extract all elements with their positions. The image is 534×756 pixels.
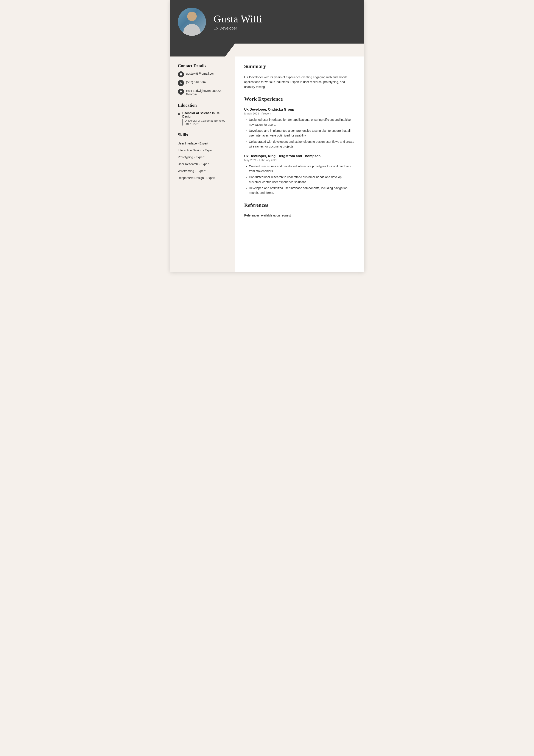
job-2-bullet-3: Developed and optimized user interface c…: [249, 186, 355, 195]
education-title: Education: [178, 103, 229, 108]
education-item: ● Bachelor of Science in UX Design Unive…: [178, 111, 229, 125]
summary-section: Summary UX Developer with 7+ years of ex…: [244, 64, 355, 89]
skill-item: Wireframing - Expert: [178, 168, 229, 175]
summary-text: UX Developer with 7+ years of experience…: [244, 75, 355, 89]
body-section: Contact Details gustawitti@gmail.com: [170, 57, 364, 272]
skills-section: Skills User Interface - Expert Interacti…: [178, 132, 229, 181]
chevron-point: [225, 43, 235, 57]
skills-title: Skills: [178, 132, 229, 137]
skill-item: Responsive Design - Expert: [178, 175, 229, 181]
work-experience-section: Work Experience Ux Developer, Ondricka G…: [244, 96, 355, 195]
job-1-title: Ux Developer, Ondricka Group: [244, 108, 355, 112]
avatar: [178, 8, 206, 36]
edu-bullet-icon: ●: [178, 112, 180, 125]
education-section: Education ● Bachelor of Science in UX De…: [178, 103, 229, 125]
email-icon: [178, 71, 184, 77]
chevron-divider: [170, 43, 364, 57]
location-item: East Ludwighaven, 46822, Georgia: [178, 89, 229, 96]
contact-section: Contact Details gustawitti@gmail.com: [178, 64, 229, 96]
edu-detail: University of California, Berkeley 2017 …: [182, 119, 229, 125]
candidate-title: Ux Developer: [214, 26, 262, 31]
job-2-date: May 2021 - February 2023: [244, 158, 355, 162]
contact-title: Contact Details: [178, 64, 229, 68]
skill-item: Interaction Design - Expert: [178, 147, 229, 154]
job-1: Ux Developer, Ondricka Group March 2023 …: [244, 108, 355, 149]
edu-school: University of California, Berkeley: [185, 119, 225, 122]
references-text: References available upon request: [244, 214, 355, 217]
skill-item: Prototyping - Expert: [178, 154, 229, 161]
skills-list: User Interface - Expert Interaction Desi…: [178, 140, 229, 181]
email-svg: [179, 73, 183, 76]
job-1-bullet-1: Designed user interfaces for 10+ applica…: [249, 117, 355, 127]
location-text: East Ludwighaven, 46822, Georgia: [186, 89, 229, 96]
edu-content: Bachelor of Science in UX Design Univers…: [182, 111, 229, 125]
location-svg: [179, 90, 183, 93]
resume-container: Gusta Witti Ux Developer Contact Details: [170, 0, 364, 272]
email-item: gustawitti@gmail.com: [178, 72, 229, 77]
job-2: Ux Developer, King, Bergstrom and Thomps…: [244, 154, 355, 195]
phone-item: (567) 316 3667: [178, 80, 229, 86]
phone-svg: [179, 82, 183, 85]
job-1-bullet-2: Developed and implemented a comprehensiv…: [249, 128, 355, 138]
candidate-name: Gusta Witti: [214, 13, 262, 25]
skill-item: User Research - Expert: [178, 161, 229, 168]
avatar-image: [178, 8, 206, 36]
main-content: Summary UX Developer with 7+ years of ex…: [235, 57, 364, 272]
job-1-date: March 2023 - Present: [244, 112, 355, 115]
phone-number: (567) 316 3667: [186, 80, 207, 84]
references-section: References References available upon req…: [244, 202, 355, 217]
summary-title: Summary: [244, 64, 355, 71]
references-title: References: [244, 202, 355, 210]
work-title: Work Experience: [244, 96, 355, 104]
job-1-bullet-3: Collaborated with developers and stakeho…: [249, 139, 355, 149]
edu-degree: Bachelor of Science in UX Design: [182, 111, 229, 118]
header-info: Gusta Witti Ux Developer: [214, 13, 262, 31]
job-2-bullet-2: Conducted user research to understand cu…: [249, 175, 355, 184]
edu-years: 2017 - 2021: [185, 122, 199, 125]
job-1-bullets: Designed user interfaces for 10+ applica…: [244, 117, 355, 149]
email-link[interactable]: gustawitti@gmail.com: [186, 72, 216, 75]
job-2-bullets: Created user stories and developed inter…: [244, 164, 355, 195]
job-2-title: Ux Developer, King, Bergstrom and Thomps…: [244, 154, 355, 158]
location-icon: [178, 89, 184, 94]
header-section: Gusta Witti Ux Developer: [170, 0, 364, 43]
skill-item: User Interface - Expert: [178, 140, 229, 147]
chevron-right: [235, 43, 364, 57]
job-2-bullet-1: Created user stories and developed inter…: [249, 164, 355, 174]
phone-icon: [178, 80, 184, 86]
sidebar: Contact Details gustawitti@gmail.com: [170, 57, 235, 272]
